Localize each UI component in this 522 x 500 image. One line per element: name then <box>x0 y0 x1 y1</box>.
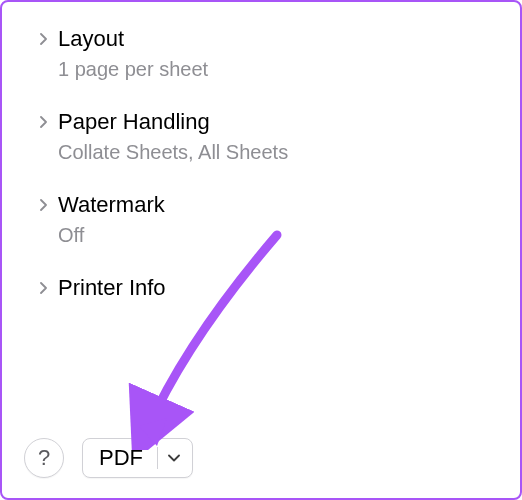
section-layout-subtitle: 1 page per sheet <box>58 58 490 81</box>
section-printer-info-header[interactable]: Printer Info <box>38 275 490 301</box>
section-paper-handling: Paper Handling Collate Sheets, All Sheet… <box>58 109 490 164</box>
section-watermark-header[interactable]: Watermark <box>38 192 490 218</box>
bottom-toolbar: ? PDF <box>24 438 490 478</box>
print-options-list: Layout 1 page per sheet Paper Handling C… <box>58 26 490 426</box>
section-printer-info-title: Printer Info <box>58 275 166 301</box>
chevron-right-icon <box>38 116 50 128</box>
pdf-dropdown-button[interactable]: PDF <box>82 438 193 478</box>
chevron-right-icon <box>38 282 50 294</box>
pdf-button-label: PDF <box>83 445 157 471</box>
chevron-right-icon <box>38 33 50 45</box>
section-paper-handling-header[interactable]: Paper Handling <box>38 109 490 135</box>
help-button[interactable]: ? <box>24 438 64 478</box>
section-paper-handling-title: Paper Handling <box>58 109 210 135</box>
section-layout-header[interactable]: Layout <box>38 26 490 52</box>
section-layout: Layout 1 page per sheet <box>58 26 490 81</box>
chevron-down-icon <box>158 454 192 462</box>
section-printer-info: Printer Info <box>58 275 490 301</box>
help-icon: ? <box>38 445 50 471</box>
section-layout-title: Layout <box>58 26 124 52</box>
section-watermark-subtitle: Off <box>58 224 490 247</box>
section-paper-handling-subtitle: Collate Sheets, All Sheets <box>58 141 490 164</box>
chevron-right-icon <box>38 199 50 211</box>
section-watermark-title: Watermark <box>58 192 165 218</box>
section-watermark: Watermark Off <box>58 192 490 247</box>
